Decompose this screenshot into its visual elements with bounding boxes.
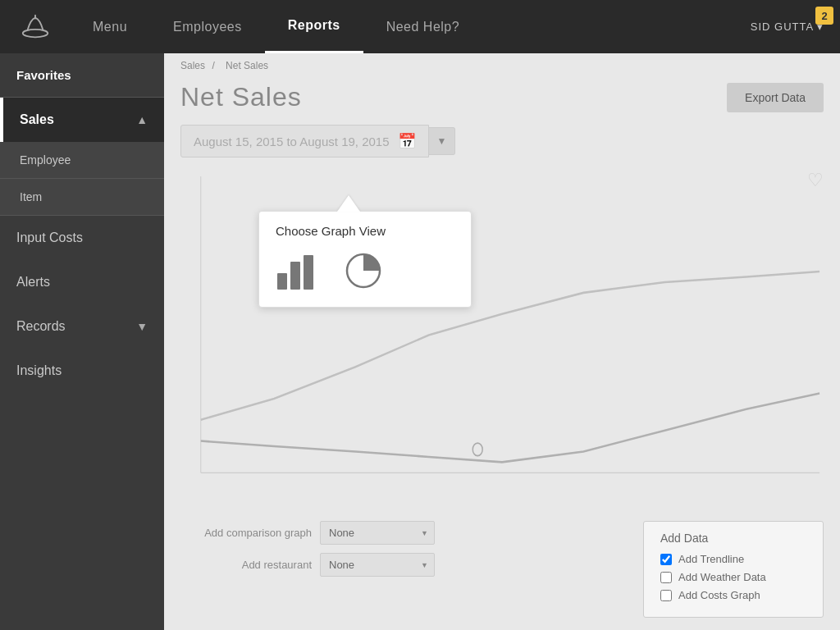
breadcrumb: Sales / Net Sales xyxy=(164,53,840,78)
svg-rect-7 xyxy=(304,255,313,290)
breadcrumb-parent[interactable]: Sales xyxy=(180,60,205,71)
main-content: Sales / Net Sales Net Sales Export Data … xyxy=(164,53,840,630)
date-range-input[interactable]: August 15, 2015 to August 19, 2015 📅 xyxy=(180,125,429,158)
comparison-row: Add comparison graph None Previous Perio… xyxy=(180,521,627,545)
date-range-container: August 15, 2015 to August 19, 2015 📅 ▼ xyxy=(164,121,840,166)
chevron-up-icon: ▲ xyxy=(136,113,148,126)
restaurant-row: Add restaurant None xyxy=(180,553,627,577)
sidebar-item-input-costs[interactable]: Input Costs xyxy=(0,216,164,260)
add-data-box: Add Data Add Trendline Add Weather Data … xyxy=(643,521,824,618)
records-label: Records xyxy=(16,319,66,334)
page-header: Net Sales Export Data xyxy=(164,78,840,121)
restaurant-select[interactable]: None xyxy=(320,553,435,577)
graph-popup: Choose Graph View xyxy=(258,211,472,308)
comparison-select[interactable]: None Previous Period Previous Year xyxy=(320,521,435,545)
popup-title: Choose Graph View xyxy=(276,224,454,238)
nav-menu[interactable]: Menu xyxy=(70,0,150,53)
nav-employees[interactable]: Employees xyxy=(150,0,265,53)
popup-arrow xyxy=(337,195,360,212)
calendar-icon: 📅 xyxy=(398,132,416,150)
nav-links: Menu Employees Reports Need Help? xyxy=(70,0,751,53)
nav-right: SID GUTTA ▾ xyxy=(751,21,824,33)
sidebar-sub-employee[interactable]: Employee xyxy=(0,142,164,179)
sales-label: Sales xyxy=(20,112,54,127)
insights-label: Insights xyxy=(16,363,62,378)
favorites-label: Favorites xyxy=(16,68,71,82)
date-range-value: August 15, 2015 to August 19, 2015 xyxy=(194,135,390,148)
sidebar-favorites[interactable]: Favorites xyxy=(0,53,164,98)
notification-badge[interactable]: 2 xyxy=(815,7,833,25)
left-controls: Add comparison graph None Previous Perio… xyxy=(180,521,627,618)
chart-area: ♡ Choose Graph View xyxy=(176,166,828,504)
page-title: Net Sales xyxy=(180,82,302,112)
svg-rect-6 xyxy=(290,262,300,290)
sidebar-item-alerts[interactable]: Alerts xyxy=(0,260,164,304)
top-navigation: Menu Employees Reports Need Help? SID GU… xyxy=(0,0,840,53)
comparison-select-wrapper: None Previous Period Previous Year xyxy=(320,521,435,545)
breadcrumb-current: Net Sales xyxy=(226,60,268,71)
nav-help[interactable]: Need Help? xyxy=(363,0,483,53)
input-costs-label: Input Costs xyxy=(16,231,83,245)
weather-label: Add Weather Data xyxy=(678,571,766,583)
costs-label: Add Costs Graph xyxy=(678,589,760,601)
sidebar-item-sales[interactable]: Sales ▲ xyxy=(0,98,164,142)
svg-rect-1 xyxy=(34,14,36,19)
bottom-controls: Add comparison graph None Previous Perio… xyxy=(164,513,840,630)
restaurant-label: Add restaurant xyxy=(180,559,312,571)
sidebar-sub-item[interactable]: Item xyxy=(0,179,164,216)
chevron-down-icon: ▼ xyxy=(136,320,148,333)
comparison-label: Add comparison graph xyxy=(180,527,312,539)
alerts-label: Alerts xyxy=(16,275,50,290)
main-layout: Favorites Sales ▲ Employee Item Input Co… xyxy=(0,53,840,630)
sidebar-item-insights[interactable]: Insights xyxy=(0,349,164,393)
user-menu[interactable]: SID GUTTA ▾ xyxy=(751,21,824,33)
nav-reports[interactable]: Reports xyxy=(265,0,363,53)
sidebar: Favorites Sales ▲ Employee Item Input Co… xyxy=(0,53,164,630)
add-data-title: Add Data xyxy=(660,532,806,545)
weather-row: Add Weather Data xyxy=(660,571,806,583)
trendline-checkbox[interactable] xyxy=(660,554,672,565)
breadcrumb-separator: / xyxy=(212,60,217,71)
favorite-icon[interactable]: ♡ xyxy=(807,170,824,191)
app-logo xyxy=(16,8,53,45)
bar-chart-icon[interactable] xyxy=(276,250,321,294)
costs-checkbox[interactable] xyxy=(660,590,672,601)
svg-point-0 xyxy=(22,29,47,37)
pie-chart-icon[interactable] xyxy=(341,250,386,294)
popup-icons xyxy=(276,250,454,294)
sidebar-item-records[interactable]: Records ▼ xyxy=(0,304,164,349)
costs-row: Add Costs Graph xyxy=(660,589,806,601)
export-button[interactable]: Export Data xyxy=(727,83,824,112)
restaurant-select-wrapper: None xyxy=(320,553,435,577)
trendline-row: Add Trendline xyxy=(660,553,806,565)
date-dropdown-arrow[interactable]: ▼ xyxy=(429,127,456,155)
weather-checkbox[interactable] xyxy=(660,572,672,583)
svg-rect-5 xyxy=(277,273,287,290)
trendline-label: Add Trendline xyxy=(678,553,744,565)
svg-point-4 xyxy=(472,443,482,455)
